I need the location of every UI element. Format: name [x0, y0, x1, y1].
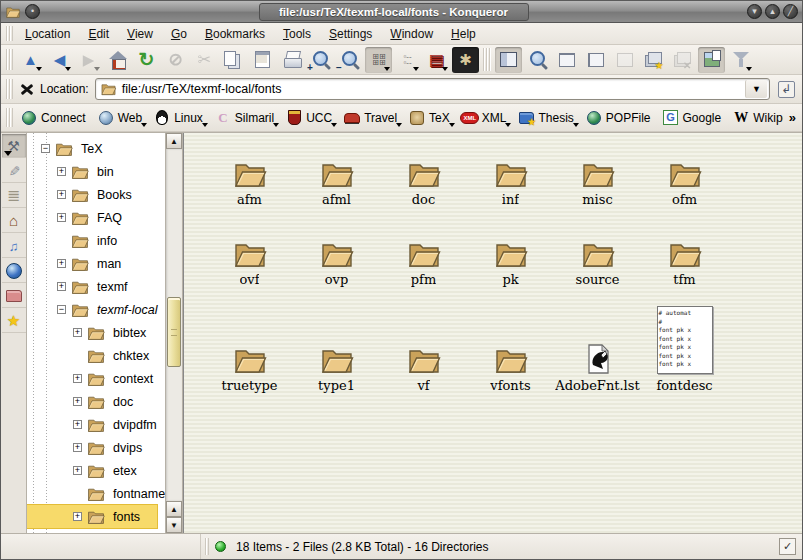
home-button[interactable] [104, 47, 131, 73]
location-dropdown-icon[interactable]: ▼ [745, 80, 767, 98]
bookmark[interactable]: Connect [17, 108, 92, 128]
file-item[interactable]: # automat # font pk x font pk x font pk … [293, 221, 380, 287]
file-item[interactable]: # automat # font pk x font pk x font pk … [554, 141, 641, 207]
home-directory-tab[interactable] [2, 209, 26, 233]
menu-item[interactable]: Go [162, 25, 196, 43]
tree-expander[interactable] [57, 259, 66, 268]
scroll-up-button-2[interactable]: ▲ [166, 501, 182, 517]
zoom-in-button[interactable]: + [307, 47, 334, 73]
find-button[interactable] [524, 47, 551, 73]
split-view-left-right-button[interactable] [582, 47, 609, 73]
services-tab[interactable] [2, 234, 26, 258]
tree-item[interactable]: Books [27, 183, 165, 206]
paste-button[interactable] [249, 47, 276, 73]
file-item[interactable]: # automat # font pk x font pk x font pk … [380, 141, 467, 207]
file-item[interactable]: # automat # font pk x font pk x font pk … [467, 221, 554, 287]
maximize-button[interactable]: ▴ [765, 4, 780, 19]
tree-item[interactable]: man [27, 252, 165, 275]
history-tab[interactable] [2, 184, 26, 208]
file-item[interactable]: # automat # font pk x font pk x font pk … [554, 221, 641, 287]
scrollbar-thumb[interactable] [167, 297, 181, 367]
bookmark-toolbar-grip[interactable] [6, 108, 13, 127]
show-navigation-panel-button[interactable] [495, 47, 522, 73]
menu-item[interactable]: Help [442, 25, 485, 43]
file-item[interactable]: # automat # font pk x font pk x font pk … [641, 301, 728, 393]
bookmark[interactable]: Web [94, 108, 148, 128]
filter-button[interactable] [727, 47, 754, 73]
minimize-button[interactable]: ▾ [747, 4, 762, 19]
toolbar-grip[interactable] [6, 49, 13, 69]
bookmark[interactable]: Silmaril [211, 108, 280, 128]
multicolumn-view-button[interactable] [394, 47, 421, 73]
active-view-marker-icon[interactable]: ✓ [779, 538, 796, 555]
statusbar-grip[interactable] [205, 538, 209, 556]
file-item[interactable]: # automat # font pk x font pk x font pk … [293, 327, 380, 393]
file-item[interactable]: # automat # font pk x font pk x font pk … [554, 327, 641, 393]
tree-expander[interactable] [73, 374, 82, 383]
tree-expander[interactable] [73, 328, 82, 337]
close-tab-button[interactable] [669, 47, 696, 73]
stop-button[interactable] [162, 47, 189, 73]
tree-expander[interactable] [57, 167, 66, 176]
tree-expander[interactable] [73, 466, 82, 475]
scroll-down-button[interactable]: ▼ [166, 517, 182, 533]
tree-item[interactable]: chktex [27, 344, 165, 367]
embedded-view-button[interactable] [452, 47, 479, 73]
file-item[interactable]: # automat # font pk x font pk x font pk … [467, 327, 554, 393]
menu-item[interactable]: Bookmarks [196, 25, 274, 43]
go-button[interactable]: ↲ [774, 77, 798, 101]
tree-expander[interactable] [73, 443, 82, 452]
bookmark[interactable]: POPFile [582, 108, 657, 128]
tree-expander[interactable] [57, 282, 66, 291]
tree-item[interactable]: dvips [27, 436, 165, 459]
network-tab[interactable] [2, 259, 26, 283]
reload-button[interactable] [133, 47, 160, 73]
tree-expander[interactable] [57, 236, 66, 245]
menu-item[interactable]: View [118, 25, 162, 43]
show-previews-button[interactable] [698, 47, 725, 73]
bookmarks-tab[interactable] [2, 309, 26, 333]
bookmark[interactable]: UCC [282, 108, 338, 128]
menu-item[interactable]: Settings [320, 25, 381, 43]
location-toolbar-grip[interactable] [6, 79, 13, 99]
close-button[interactable]: ╱ [783, 4, 798, 19]
back-button[interactable] [46, 47, 73, 73]
bookmark[interactable]: Travel [340, 108, 403, 128]
up-button[interactable] [17, 47, 44, 73]
bookmark-overflow-chevron[interactable]: » [783, 110, 802, 125]
file-item[interactable]: # automat # font pk x font pk x font pk … [380, 327, 467, 393]
print-button[interactable] [278, 47, 305, 73]
tree-expander[interactable] [73, 351, 82, 360]
configure-panel-tab[interactable] [2, 134, 26, 158]
tree-item[interactable]: dvipdfm [27, 413, 165, 436]
tree-item[interactable]: info [27, 229, 165, 252]
file-item[interactable]: # automat # font pk x font pk x font pk … [293, 141, 380, 207]
menu-item[interactable]: Tools [274, 25, 320, 43]
window-menu-button[interactable]: • [25, 4, 40, 19]
bookmark[interactable]: Wikipedia [729, 108, 783, 128]
root-directory-tab[interactable] [2, 284, 26, 308]
file-item[interactable]: # automat # font pk x font pk x font pk … [380, 221, 467, 287]
bookmark[interactable]: Linux [150, 108, 209, 128]
file-icon-view[interactable]: # automat # font pk x font pk x font pk … [183, 133, 802, 533]
copy-button[interactable] [220, 47, 247, 73]
bookmark[interactable]: XML [458, 108, 513, 128]
tree-expander[interactable] [57, 190, 66, 199]
tree-item[interactable]: texmf [27, 275, 165, 298]
bookmark[interactable]: Google [659, 108, 728, 128]
tree-expander[interactable] [41, 144, 50, 153]
file-item[interactable]: # automat # font pk x font pk x font pk … [206, 327, 293, 393]
tree-expander[interactable] [73, 420, 82, 429]
tree-item[interactable]: TeX [27, 137, 165, 160]
file-item[interactable]: # automat # font pk x font pk x font pk … [206, 141, 293, 207]
tree-item[interactable]: context [27, 367, 165, 390]
split-view-top-bottom-button[interactable] [553, 47, 580, 73]
icon-view-button[interactable] [365, 47, 392, 73]
tree-expander[interactable] [73, 489, 82, 498]
file-item[interactable]: # automat # font pk x font pk x font pk … [641, 221, 728, 287]
tree-item[interactable]: fonts [27, 505, 157, 528]
location-value[interactable]: file:/usr/TeX/texmf-local/fonts [122, 82, 740, 96]
tree-item[interactable]: doc [27, 390, 165, 413]
zoom-out-button[interactable]: − [336, 47, 363, 73]
file-item[interactable]: # automat # font pk x font pk x font pk … [467, 141, 554, 207]
